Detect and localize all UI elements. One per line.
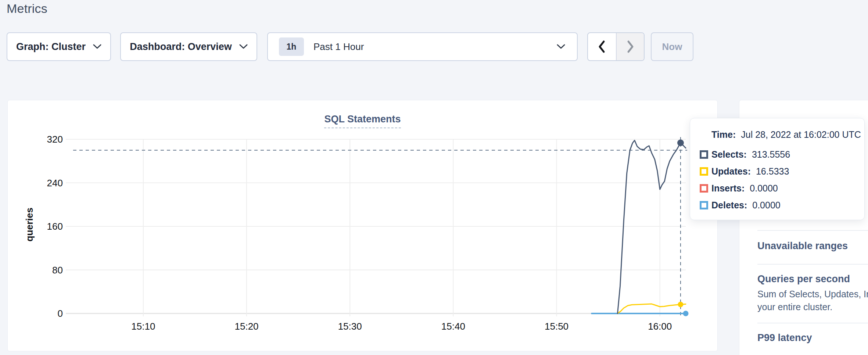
tooltip-series-row: Selects:313.5556 bbox=[700, 150, 864, 159]
time-range-dropdown[interactable]: 1h Past 1 Hour bbox=[267, 32, 578, 61]
tooltip-series-row: Updates:16.5333 bbox=[700, 167, 864, 176]
tooltip-series-label: Inserts: bbox=[711, 183, 745, 194]
tooltip-series-label: Deletes: bbox=[711, 200, 747, 211]
tooltip-series-value: 16.5333 bbox=[756, 166, 789, 177]
side-panel-description-line: your entire cluster. bbox=[757, 301, 832, 313]
dashboard-label: Dashboard: Overview bbox=[130, 41, 232, 53]
time-shift-prev-button[interactable] bbox=[588, 33, 616, 60]
chevron-down-icon bbox=[93, 44, 101, 49]
selects-line bbox=[617, 140, 686, 313]
time-shift-next-button[interactable] bbox=[616, 33, 644, 60]
sql-statements-chart-card: SQL Statements 08016024032015:1015:2015:… bbox=[7, 100, 718, 351]
x-axis-tick-label: 15:50 bbox=[545, 321, 568, 332]
y-axis-tick-label: 160 bbox=[47, 221, 63, 232]
selects-hover-dot bbox=[677, 140, 684, 146]
side-panel-heading-queries-per-second: Queries per second bbox=[757, 273, 850, 285]
y-axis-title: queries bbox=[24, 208, 35, 242]
y-axis-tick-label: 0 bbox=[58, 308, 63, 319]
tooltip-series-value: 0.0000 bbox=[752, 200, 780, 211]
side-panel-heading-unavailable-ranges: Unavailable ranges bbox=[757, 240, 848, 252]
chevron-down-icon bbox=[239, 44, 248, 49]
series-color-swatch-icon bbox=[700, 167, 708, 176]
divider bbox=[757, 230, 868, 231]
chevron-right-icon bbox=[626, 40, 634, 53]
series-color-swatch-icon bbox=[700, 201, 708, 209]
tooltip-series-row: Deletes:0.0000 bbox=[700, 201, 864, 209]
divider bbox=[757, 264, 868, 265]
side-panel-heading-p99-latency: P99 latency bbox=[757, 332, 812, 344]
sql-statements-chart[interactable]: 08016024032015:1015:2015:3015:4015:5016:… bbox=[8, 100, 717, 351]
tooltip-series-value: 313.5556 bbox=[752, 149, 790, 160]
tooltip-series-label: Updates: bbox=[711, 166, 751, 177]
x-axis-tick-label: 15:40 bbox=[441, 321, 465, 332]
series-color-swatch-icon bbox=[700, 184, 708, 193]
time-range-badge: 1h bbox=[279, 37, 304, 56]
y-axis-tick-label: 240 bbox=[47, 178, 63, 189]
side-panel-description-line: Sum of Selects, Updates, Inser bbox=[757, 288, 868, 301]
tooltip-time-row: Time:Jul 28, 2022 at 16:02:00 UTC bbox=[711, 129, 864, 140]
tooltip-series-value: 0.0000 bbox=[750, 183, 778, 194]
x-axis-tick-label: 15:30 bbox=[338, 321, 362, 332]
chevron-down-icon bbox=[557, 44, 565, 49]
deletes-hover-dot bbox=[683, 311, 689, 316]
series-color-swatch-icon bbox=[700, 150, 708, 159]
tooltip-series-rows: Selects:313.5556Updates:16.5333Inserts:0… bbox=[690, 150, 864, 209]
tooltip-time-value: Jul 28, 2022 at 16:02:00 UTC bbox=[741, 129, 861, 140]
chevron-left-icon bbox=[598, 40, 606, 53]
chart-tooltip: Time:Jul 28, 2022 at 16:02:00 UTC Select… bbox=[690, 118, 865, 220]
updates-hover-dot bbox=[678, 302, 683, 307]
graph-scope-label: Graph: Cluster bbox=[16, 41, 86, 53]
y-axis-tick-label: 80 bbox=[52, 265, 63, 276]
time-range-label: Past 1 Hour bbox=[313, 41, 364, 53]
time-shift-button-group bbox=[587, 32, 645, 61]
x-axis-tick-label: 16:00 bbox=[648, 321, 672, 332]
updates-line bbox=[617, 304, 686, 313]
x-axis-tick-label: 15:10 bbox=[131, 321, 155, 332]
x-axis-tick-label: 15:20 bbox=[235, 321, 259, 332]
y-axis-tick-label: 320 bbox=[47, 134, 63, 145]
now-button[interactable]: Now bbox=[651, 32, 693, 61]
graph-scope-dropdown[interactable]: Graph: Cluster bbox=[7, 32, 111, 61]
tooltip-series-row: Inserts:0.0000 bbox=[700, 184, 864, 193]
tooltip-time-label: Time: bbox=[711, 129, 736, 140]
dashboard-dropdown[interactable]: Dashboard: Overview bbox=[120, 32, 257, 61]
page-title: Metrics bbox=[7, 1, 47, 16]
tooltip-series-label: Selects: bbox=[711, 149, 747, 160]
divider bbox=[757, 323, 868, 323]
